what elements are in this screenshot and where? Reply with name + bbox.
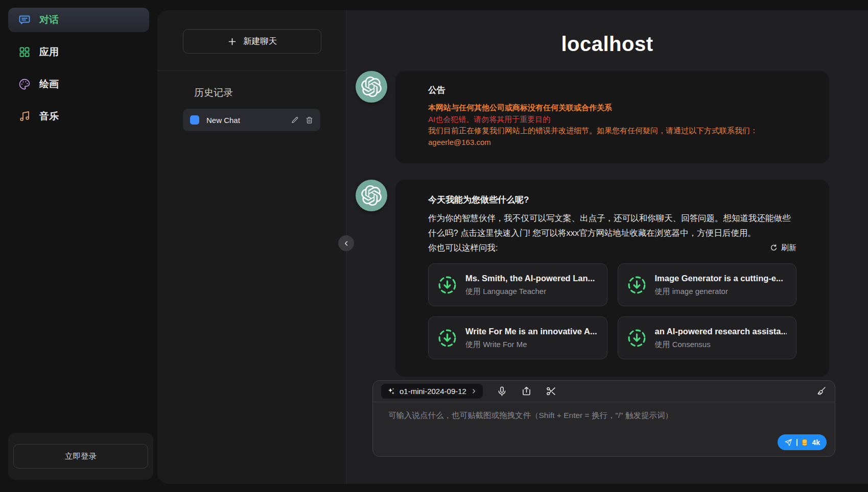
assistant-avatar — [356, 180, 387, 211]
token-coin-icon — [802, 439, 808, 446]
sidebar-item-label: 应用 — [39, 45, 59, 59]
announcement-line: 我们目前正在修复我们网站上的错误并改进细节。如果您有任何疑问，请通过以下方式联系… — [428, 125, 796, 137]
session-item[interactable]: New Chat — [183, 109, 320, 131]
message-input[interactable] — [387, 409, 827, 439]
chat-panel: localhost 公告 本网站与任何其他公司或商标没有任何关联或合作关系 — [346, 10, 868, 484]
history-label: 历史记录 — [183, 86, 320, 100]
composer-area: o1-mini-2024-09-12 — [346, 380, 868, 457]
session-avatar-icon — [190, 115, 199, 125]
session-list: New Chat — [157, 109, 346, 131]
music-icon — [18, 110, 31, 122]
openai-logo-icon — [361, 185, 382, 206]
sidebar-nav: 对话 应用 — [0, 0, 157, 129]
composer: o1-mini-2024-09-12 — [372, 380, 835, 457]
refresh-label: 刷新 — [781, 243, 796, 253]
suggestion-title: Ms. Smith, the AI-powered Lan... — [465, 274, 595, 283]
login-button[interactable]: 立即登录 — [13, 444, 148, 469]
session-panel-head: 新建聊天 — [157, 10, 346, 54]
install-plugin-icon — [438, 329, 457, 348]
sidebar-item-drawing[interactable]: 绘画 — [8, 72, 149, 96]
suggestion-card[interactable]: Image Generator is a cutting-e... 使用 ima… — [618, 263, 797, 306]
suggestion-title: Image Generator is a cutting-e... — [655, 274, 783, 283]
announcement-heading: 公告 — [428, 84, 796, 96]
send-button[interactable]: 4k — [778, 434, 827, 450]
announcement-line: AI也会犯错。请勿将其用于重要目的 — [428, 114, 796, 126]
session-actions — [291, 116, 313, 124]
announcement-email-link[interactable]: ageerle@163.com — [428, 137, 796, 149]
delete-icon[interactable] — [306, 116, 313, 124]
openai-logo-icon — [361, 77, 382, 97]
new-chat-button[interactable]: 新建聊天 — [183, 29, 321, 54]
workspace: 新建聊天 历史记录 New Chat — [157, 10, 868, 484]
collapse-panel-button[interactable] — [338, 235, 354, 251]
suggestion-text: an AI-powered research assista... 使用 Con… — [655, 327, 787, 350]
token-count-badge: 4k — [812, 438, 820, 447]
composer-toolbar: o1-mini-2024-09-12 — [373, 381, 835, 402]
suggestion-text: Image Generator is a cutting-e... 使用 ima… — [655, 274, 783, 297]
install-plugin-icon — [627, 329, 646, 348]
suggestion-title: Write For Me is an innovative A... — [465, 327, 597, 336]
refresh-suggestions-button[interactable]: 刷新 — [770, 243, 796, 253]
assistant-heading: 今天我能为您做些什么呢? — [428, 194, 796, 206]
sidebar-item-label: 对话 — [39, 13, 59, 27]
divider — [157, 70, 346, 71]
suggestion-card[interactable]: Ms. Smith, the AI-powered Lan... 使用 Lang… — [428, 263, 607, 306]
suggestion-subtitle: 使用 image generator — [655, 287, 783, 297]
palette-icon — [18, 78, 31, 90]
chat-icon — [18, 14, 31, 26]
send-plane-icon — [784, 438, 792, 447]
announcement-bubble: 公告 本网站与任何其他公司或商标没有任何关联或合作关系 AI也会犯错。请勿将其用… — [395, 71, 829, 163]
sparkle-icon — [387, 387, 395, 395]
edit-icon[interactable] — [291, 116, 299, 124]
model-selector[interactable]: o1-mini-2024-09-12 — [381, 384, 483, 399]
apps-icon — [18, 46, 31, 58]
sidebar-item-music[interactable]: 音乐 — [8, 104, 149, 129]
model-name: o1-mini-2024-09-12 — [400, 387, 466, 396]
message-list: 公告 本网站与任何其他公司或商标没有任何关联或合作关系 AI也会犯错。请勿将其用… — [346, 71, 868, 380]
assistant-body: 作为你的智慧伙伴，我不仅可以写文案、出点子，还可以和你聊天、回答问题。想知道我还… — [428, 211, 796, 240]
suggestion-subtitle: 使用 Language Teacher — [465, 287, 595, 297]
sidebar-item-label: 音乐 — [39, 110, 59, 123]
suggestion-text: Ms. Smith, the AI-powered Lan... 使用 Lang… — [465, 274, 595, 297]
divider — [796, 439, 797, 446]
session-panel: 新建聊天 历史记录 New Chat — [157, 10, 346, 484]
chevron-right-icon — [471, 388, 477, 394]
refresh-icon — [770, 244, 778, 252]
suggestion-grid: Ms. Smith, the AI-powered Lan... 使用 Lang… — [428, 263, 796, 359]
sidebar: 对话 应用 — [0, 0, 157, 492]
sidebar-item-apps[interactable]: 应用 — [8, 40, 149, 64]
install-plugin-icon — [627, 276, 646, 294]
message-assistant: 今天我能为您做些什么呢? 作为你的智慧伙伴，我不仅可以写文案、出点子，还可以和你… — [356, 180, 829, 377]
page-title: localhost — [346, 33, 868, 56]
session-title: New Chat — [206, 116, 284, 125]
upload-icon[interactable] — [521, 386, 532, 397]
new-chat-label: 新建聊天 — [243, 36, 277, 47]
clear-context-broom-icon[interactable] — [816, 386, 827, 397]
hint-row: 你也可以这样问我: 刷新 — [428, 240, 796, 255]
microphone-icon[interactable] — [497, 386, 507, 397]
sidebar-item-label: 绘画 — [39, 78, 59, 91]
assistant-bubble: 今天我能为您做些什么呢? 作为你的智慧伙伴，我不仅可以写文案、出点子，还可以和你… — [395, 180, 829, 377]
install-plugin-icon — [438, 276, 457, 294]
assistant-avatar — [356, 71, 387, 103]
announcement-line: 本网站与任何其他公司或商标没有任何关联或合作关系 — [428, 102, 796, 114]
plus-icon — [227, 37, 237, 46]
suggestion-card[interactable]: an AI-powered research assista... 使用 Con… — [618, 316, 797, 359]
suggestion-card[interactable]: Write For Me is an innovative A... 使用 Wr… — [428, 316, 607, 359]
app-window: 对话 应用 — [0, 0, 868, 492]
scissors-icon[interactable] — [546, 386, 556, 397]
message-announcement: 公告 本网站与任何其他公司或商标没有任何关联或合作关系 AI也会犯错。请勿将其用… — [356, 71, 829, 163]
suggestion-subtitle: 使用 Write For Me — [465, 340, 597, 350]
sidebar-item-chat[interactable]: 对话 — [8, 8, 149, 32]
login-card: 立即登录 — [8, 433, 153, 480]
chevron-left-icon — [343, 240, 349, 247]
suggestion-subtitle: 使用 Consensus — [655, 340, 787, 350]
suggestion-text: Write For Me is an innovative A... 使用 Wr… — [465, 327, 597, 350]
suggestion-title: an AI-powered research assista... — [655, 327, 787, 336]
composer-input-area: 4k — [373, 402, 835, 456]
assistant-hint: 你也可以这样问我: — [428, 240, 498, 255]
